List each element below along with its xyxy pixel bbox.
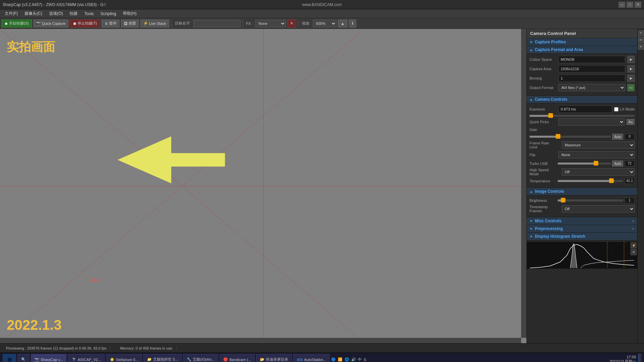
section-camera-controls-header[interactable]: ▲ Camera Controls (527, 96, 637, 103)
brightness-slider-track[interactable] (558, 199, 623, 201)
edge-btn-2[interactable]: ✏ (638, 37, 644, 43)
menu-file[interactable]: 文件(F) (1, 10, 21, 17)
horizontal-scrollbar[interactable] (0, 338, 521, 343)
menu-options[interactable]: 选项(O) (46, 10, 66, 17)
section-title: Capture Profiles (535, 40, 566, 44)
menu-camera[interactable]: 摄像头(C) (21, 10, 46, 17)
preprocessing-action[interactable]: ≡ (631, 227, 635, 231)
turbo-usb-thumb[interactable] (594, 161, 598, 166)
section-preprocessing-header[interactable]: ▼ Preprocessing ≡ (527, 225, 637, 233)
taskbar-autostakkert[interactable]: ASI AutoStakke... (293, 354, 330, 362)
section-capture-format-header[interactable]: ▲ Capture Format and Area (527, 46, 637, 54)
search-icon: 🔍 (21, 357, 26, 362)
fx-remove-button[interactable]: ✕ (287, 19, 296, 28)
taskbar-asicap[interactable]: 🔭 ASICAP_V2... (68, 354, 104, 362)
vertical-scrollbar[interactable] (521, 29, 526, 338)
menu-scripting[interactable]: Scripting (97, 11, 120, 17)
taskbar-stellarium[interactable]: ⭐ Stellarium 0... (106, 354, 142, 362)
binning-label: Binning (530, 76, 556, 80)
exposure-input[interactable] (558, 105, 612, 113)
output-format-select[interactable]: AVI files (*.avi) (558, 84, 625, 91)
section-image-controls-header[interactable]: ▲ Image Controls (527, 188, 637, 195)
target-input[interactable] (193, 20, 240, 27)
pause-icon: ⏸ (104, 21, 108, 26)
tray-icon-3: S (364, 358, 366, 362)
live-stack-button[interactable]: ⚡ Live Stack (140, 19, 169, 28)
zoom-fit-button[interactable]: ▲ (338, 19, 348, 28)
timestamp-label: TimestampFrames (530, 205, 560, 213)
maximize-button[interactable]: □ (627, 2, 633, 8)
turbo-usb-row: Turbo USB Auto 72 (530, 161, 635, 167)
zoom-select[interactable]: 600% (313, 20, 336, 27)
binning-input[interactable] (558, 75, 625, 82)
exposure-label: Exposure (530, 107, 556, 111)
taskbar-sharpcap[interactable]: 📷 SharpCap v... (31, 354, 66, 362)
svg-rect-3 (530, 242, 634, 269)
temperature-slider-track[interactable] (558, 180, 623, 182)
search-button[interactable]: 🔍 (17, 354, 30, 362)
high-speed-select[interactable]: Off (562, 168, 635, 176)
right-panel: Camera Control Panel ▼ Capture Profiles … (526, 29, 637, 343)
gain-slider-row: Auto 0 (530, 134, 635, 140)
taskbar-ioptron[interactable]: 🔧 艾颍(iOptro... (183, 354, 218, 362)
taskbar-bandicam[interactable]: 🔴 Bandicam (... (220, 354, 255, 362)
pause-button[interactable]: ⏸ 暂停 (101, 19, 120, 28)
taskbar-commander[interactable]: 📁 艾颍指挥官 S... (143, 354, 182, 362)
close-button[interactable]: ✕ (635, 2, 641, 8)
section-capture-profiles[interactable]: ▼ Capture Profiles (527, 38, 637, 46)
section-title: Image Controls (535, 189, 564, 194)
histogram-btn-1[interactable]: ⚡ (631, 242, 637, 248)
show-desktop-button[interactable] (639, 354, 641, 362)
start-capture-button[interactable]: ⏺ 开始拍摄(S) (1, 19, 32, 28)
capture-area-label: Capture Area (530, 67, 556, 71)
toolbar-separator (171, 20, 172, 27)
capture-area-action[interactable]: ▶ (627, 65, 635, 73)
timestamp-row: TimestampFrames Off (530, 205, 635, 213)
exposure-slider-track[interactable] (530, 115, 635, 117)
misc-controls-action[interactable]: ≡ (631, 219, 635, 223)
histogram-btn-2[interactable]: ↺ (631, 249, 637, 255)
fx-select[interactable]: None (256, 20, 286, 27)
brightness-value: 1 (625, 197, 635, 203)
toolbar-separator-2 (242, 20, 243, 27)
temperature-thumb[interactable] (609, 178, 614, 183)
gain-slider-track[interactable] (530, 136, 611, 138)
gain-auto-button[interactable]: Auto (612, 134, 623, 140)
capture-area-input[interactable] (558, 65, 625, 73)
turbo-usb-slider-track[interactable] (558, 163, 611, 165)
brightness-thumb[interactable] (561, 198, 565, 202)
section-histogram-header[interactable]: ▼ Display Histogram Stretch (527, 233, 637, 240)
edge-btn-3[interactable]: ✕ (638, 44, 644, 50)
menu-capture[interactable]: 拍摄 (66, 10, 81, 17)
menu-help[interactable]: 帮助(H) (120, 10, 140, 17)
section-misc-controls-header[interactable]: ▼ Misc Controls ≡ (527, 217, 637, 225)
start-button[interactable]: ⊞ (3, 354, 16, 362)
stop-capture-button[interactable]: ⏹ 停止拍摄(T) (70, 19, 100, 28)
minimize-button[interactable]: — (618, 2, 625, 8)
output-format-action[interactable]: Au (627, 84, 635, 91)
quick-picks-auto[interactable]: Au (627, 119, 635, 125)
menu-tools[interactable]: Tools (81, 11, 97, 17)
flip-row: Flip None (530, 151, 635, 159)
timestamp-select[interactable]: Off (562, 205, 635, 213)
frame-rate-select[interactable]: Maximum (562, 141, 635, 149)
grab-button[interactable]: 🖼 抓图 (121, 19, 139, 28)
quick-capture-button[interactable]: 📷 Quick Capture (33, 19, 68, 28)
preview-area[interactable]: 实拍画面 46.0 2022.1.3 (0, 29, 526, 343)
flip-select[interactable]: None (558, 151, 635, 159)
binning-action[interactable]: ▶ (627, 75, 635, 82)
zoom-info-button[interactable]: ℹ (349, 19, 356, 28)
edge-btn-1[interactable]: T (638, 30, 644, 36)
autostakkert-icon: ASI (297, 358, 303, 362)
taskbar-clock[interactable]: 17:58 2022/1/3 星期一 (609, 355, 636, 362)
gain-slider-thumb[interactable] (556, 134, 560, 139)
flip-label: Flip (530, 153, 556, 157)
exposure-slider-thumb[interactable] (548, 113, 553, 118)
colour-space-input[interactable] (558, 56, 625, 63)
colour-space-action[interactable]: ▶ (627, 56, 635, 63)
tray-icon-1: 🔵 (331, 357, 336, 362)
quick-picks-select[interactable] (558, 118, 625, 126)
turbo-usb-auto[interactable]: Auto (612, 161, 623, 167)
taskbar-bandirec[interactable]: 📂 班迪录屏目录 (256, 354, 292, 362)
lx-mode-checkbox[interactable] (614, 107, 618, 111)
